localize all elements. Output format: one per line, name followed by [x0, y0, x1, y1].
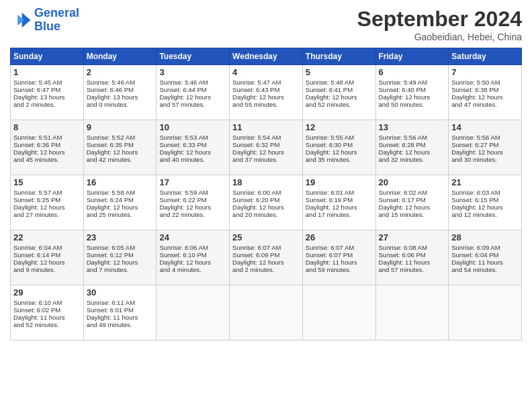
- day-number: 14: [451, 122, 519, 132]
- day-detail: Sunrise: 5:59 AM: [159, 189, 226, 196]
- day-detail: Daylight: 12 hours: [87, 259, 154, 266]
- day-detail: Daylight: 12 hours: [87, 203, 154, 211]
- day-detail: Sunrise: 5:46 AM: [159, 79, 226, 86]
- calendar-cell: 4Sunrise: 5:47 AMSunset: 6:43 PMDaylight…: [230, 65, 303, 120]
- day-detail: Sunset: 6:40 PM: [379, 86, 446, 93]
- day-detail: and 7 minutes.: [87, 266, 154, 273]
- day-detail: and 2 minutes.: [232, 266, 300, 273]
- day-detail: Sunrise: 5:57 AM: [13, 189, 81, 196]
- day-detail: Daylight: 12 hours: [379, 148, 446, 156]
- day-number: 11: [232, 122, 300, 132]
- calendar-cell: 18Sunrise: 6:00 AMSunset: 6:20 PMDayligh…: [230, 175, 303, 230]
- day-detail: and 35 minutes.: [306, 156, 373, 163]
- day-number: 2: [87, 67, 154, 77]
- day-detail: Daylight: 12 hours: [159, 148, 226, 156]
- day-detail: Sunset: 6:28 PM: [379, 141, 446, 148]
- calendar-cell: 15Sunrise: 5:57 AMSunset: 6:25 PMDayligh…: [11, 175, 84, 230]
- day-detail: and 25 minutes.: [87, 211, 154, 218]
- logo: General Blue: [10, 7, 79, 34]
- weekday-header: Sunday: [11, 48, 84, 65]
- day-detail: Sunset: 6:30 PM: [306, 141, 373, 148]
- day-detail: Sunset: 6:41 PM: [306, 86, 373, 93]
- weekday-header: Friday: [375, 48, 449, 65]
- day-number: 18: [232, 177, 300, 187]
- day-number: 5: [306, 67, 373, 77]
- calendar-cell: 13Sunrise: 5:56 AMSunset: 6:28 PMDayligh…: [375, 120, 449, 175]
- day-detail: and 47 minutes.: [451, 101, 519, 108]
- logo-text: General Blue: [34, 7, 79, 34]
- day-detail: Sunrise: 5:58 AM: [87, 189, 154, 196]
- calendar-cell: 30Sunrise: 6:11 AMSunset: 6:01 PMDayligh…: [83, 285, 157, 340]
- calendar-cell: 8Sunrise: 5:51 AMSunset: 6:36 PMDaylight…: [11, 120, 84, 175]
- day-detail: Sunrise: 6:04 AM: [13, 244, 81, 251]
- day-detail: and 42 minutes.: [87, 156, 154, 163]
- day-detail: Sunset: 6:36 PM: [13, 141, 81, 148]
- weekday-header: Tuesday: [157, 48, 230, 65]
- calendar-week: 29Sunrise: 6:10 AMSunset: 6:02 PMDayligh…: [11, 285, 522, 340]
- day-detail: Sunset: 6:01 PM: [87, 306, 154, 314]
- day-detail: Sunrise: 5:51 AM: [13, 134, 81, 141]
- day-detail: Daylight: 12 hours: [232, 259, 300, 266]
- day-detail: Sunset: 6:06 PM: [379, 251, 446, 259]
- calendar-cell: 21Sunrise: 6:03 AMSunset: 6:15 PMDayligh…: [449, 175, 522, 230]
- day-detail: and 4 minutes.: [159, 266, 226, 273]
- day-detail: Sunset: 6:25 PM: [13, 196, 81, 203]
- day-detail: and 52 minutes.: [306, 101, 373, 108]
- day-detail: Daylight: 12 hours: [451, 93, 519, 101]
- calendar-cell: 28Sunrise: 6:09 AMSunset: 6:04 PMDayligh…: [449, 230, 522, 285]
- day-detail: Sunrise: 5:46 AM: [87, 79, 154, 86]
- day-detail: Sunrise: 6:11 AM: [87, 299, 154, 306]
- calendar-table: SundayMondayTuesdayWednesdayThursdayFrid…: [10, 48, 522, 340]
- calendar-cell: 27Sunrise: 6:08 AMSunset: 6:06 PMDayligh…: [375, 230, 449, 285]
- day-detail: and 59 minutes.: [306, 266, 373, 273]
- header-row: SundayMondayTuesdayWednesdayThursdayFrid…: [11, 48, 522, 65]
- day-detail: and 55 minutes.: [232, 101, 300, 108]
- title-block: September 2024 Gaobeidian, Hebei, China: [357, 7, 522, 42]
- day-detail: Daylight: 11 hours: [13, 314, 81, 321]
- day-detail: Sunrise: 6:06 AM: [159, 244, 226, 251]
- calendar-cell: 9Sunrise: 5:52 AMSunset: 6:35 PMDaylight…: [83, 120, 157, 175]
- logo-icon: [10, 9, 32, 31]
- day-detail: and 12 minutes.: [451, 211, 519, 218]
- weekday-header: Monday: [83, 48, 157, 65]
- day-detail: Daylight: 12 hours: [159, 259, 226, 266]
- calendar-cell: 14Sunrise: 5:56 AMSunset: 6:27 PMDayligh…: [449, 120, 522, 175]
- calendar-cell: 17Sunrise: 5:59 AMSunset: 6:22 PMDayligh…: [157, 175, 230, 230]
- day-number: 13: [379, 122, 446, 132]
- calendar-cell: 22Sunrise: 6:04 AMSunset: 6:14 PMDayligh…: [11, 230, 84, 285]
- day-detail: Sunrise: 5:50 AM: [451, 79, 519, 86]
- day-number: 3: [159, 67, 226, 77]
- day-detail: and 27 minutes.: [13, 211, 81, 218]
- day-number: 30: [87, 287, 154, 298]
- day-detail: Sunset: 6:14 PM: [13, 251, 81, 259]
- day-detail: Sunrise: 5:49 AM: [379, 79, 446, 86]
- day-detail: Sunrise: 5:55 AM: [306, 134, 373, 141]
- calendar-cell: [157, 285, 230, 340]
- day-detail: and 50 minutes.: [379, 101, 446, 108]
- calendar-cell: 19Sunrise: 6:01 AMSunset: 6:19 PMDayligh…: [302, 175, 375, 230]
- day-detail: Sunset: 6:33 PM: [159, 141, 226, 148]
- day-detail: Sunrise: 6:07 AM: [232, 244, 300, 251]
- day-detail: and 54 minutes.: [451, 266, 519, 273]
- day-detail: Daylight: 12 hours: [232, 203, 300, 211]
- day-detail: Daylight: 13 hours: [87, 93, 154, 101]
- weekday-header: Thursday: [302, 48, 375, 65]
- day-number: 27: [379, 232, 446, 242]
- calendar-cell: 2Sunrise: 5:46 AMSunset: 6:46 PMDaylight…: [83, 65, 157, 120]
- day-detail: Daylight: 12 hours: [451, 203, 519, 211]
- day-detail: Sunrise: 5:47 AM: [232, 79, 300, 86]
- calendar-cell: 5Sunrise: 5:48 AMSunset: 6:41 PMDaylight…: [302, 65, 375, 120]
- day-detail: Daylight: 12 hours: [306, 93, 373, 101]
- day-detail: Sunset: 6:43 PM: [232, 86, 300, 93]
- day-detail: Sunset: 6:12 PM: [87, 251, 154, 259]
- day-detail: Daylight: 12 hours: [379, 93, 446, 101]
- day-detail: Sunrise: 6:01 AM: [306, 189, 373, 196]
- day-detail: Daylight: 12 hours: [13, 148, 81, 156]
- day-detail: Sunset: 6:15 PM: [451, 196, 519, 203]
- day-detail: and 57 minutes.: [159, 101, 226, 108]
- day-detail: Sunrise: 5:48 AM: [306, 79, 373, 86]
- day-detail: Daylight: 12 hours: [232, 148, 300, 156]
- day-detail: Sunset: 6:27 PM: [451, 141, 519, 148]
- day-detail: Sunset: 6:04 PM: [451, 251, 519, 259]
- day-number: 6: [379, 67, 446, 77]
